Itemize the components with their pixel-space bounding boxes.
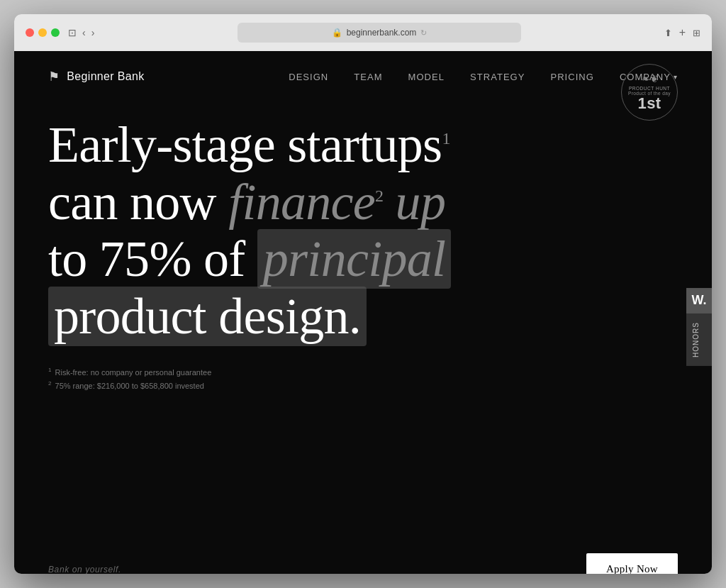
nav-link-model[interactable]: MODEL: [408, 72, 445, 82]
headline-finance-word: finance: [228, 174, 375, 231]
side-tab[interactable]: W. Honors: [686, 288, 712, 366]
footnote-sup-1: 1: [48, 367, 51, 373]
logo-icon: ⚑: [48, 69, 60, 84]
refresh-icon: ↻: [420, 28, 427, 38]
hero-headline: Early-stage startups1 can now finance2 u…: [48, 116, 530, 345]
traffic-lights: [26, 28, 60, 37]
website-content: ⚑ Beginner Bank DESIGN TEAM MODEL STRATE…: [14, 51, 712, 574]
nav-links: DESIGN TEAM MODEL STRATEGY PRICING COMPA…: [289, 72, 678, 82]
headline-highlight-principal: principal: [257, 229, 452, 289]
headline-line3: to 75% of: [48, 231, 257, 287]
badge-product-hunt-label: PRODUCT HUNT: [629, 86, 670, 91]
nav-link-strategy[interactable]: STRATEGY: [470, 72, 525, 82]
logo[interactable]: ⚑ Beginner Bank: [48, 69, 144, 84]
headline-up-word: up: [396, 174, 446, 231]
footnote-2: 2 75% range: $216,000 to $658,800 invest…: [48, 379, 678, 392]
address-bar[interactable]: 🔒 beginnerbank.com ↻: [238, 23, 521, 43]
nav-link-team[interactable]: TEAM: [354, 72, 382, 82]
headline-line1: Early-stage startups: [48, 116, 442, 173]
footnote-sup-2: 2: [48, 380, 51, 387]
new-tab-icon[interactable]: +: [679, 26, 686, 39]
footnote-1: 1 Risk-free: no company or personal guar…: [48, 365, 678, 379]
hero-section: Early-stage startups1 can now finance2 u…: [14, 102, 712, 392]
footnote-2-text: 75% range: $216,000 to $658,800 invested: [55, 382, 204, 390]
nav-link-design[interactable]: DESIGN: [289, 72, 328, 82]
browser-actions: ⬆ + ⊞: [664, 26, 700, 39]
footnote-marker-2: 2: [375, 187, 383, 205]
fullscreen-button[interactable]: [51, 28, 60, 37]
bottom-bar: Bank on yourself. Apply Now: [14, 536, 712, 574]
badge-laurel-left: ❧ ❦: [642, 73, 657, 84]
apply-now-button[interactable]: Apply Now: [586, 553, 678, 574]
back-button[interactable]: ‹: [82, 27, 86, 38]
nav-link-pricing[interactable]: PRICING: [550, 72, 593, 82]
side-tab-honors-label: Honors: [686, 314, 712, 366]
badge-rank: 1st: [638, 96, 661, 111]
footnote-1-text: Risk-free: no company or personal guaran…: [55, 367, 212, 376]
tagline: Bank on yourself.: [48, 565, 121, 575]
footnote-marker-1: 1: [442, 129, 449, 148]
side-tab-w-label: W.: [686, 288, 712, 314]
navigation: ⚑ Beginner Bank DESIGN TEAM MODEL STRATE…: [14, 51, 712, 102]
browser-nav-controls: ⊡ ‹ ›: [68, 27, 94, 38]
browser-chrome: ⊡ ‹ › 🔒 beginnerbank.com ↻ ⬆ + ⊞: [14, 14, 712, 51]
share-icon[interactable]: ⬆: [664, 28, 672, 38]
logo-text: Beginner Bank: [67, 70, 144, 83]
minimize-button[interactable]: [38, 28, 47, 37]
lock-icon: 🔒: [332, 28, 342, 38]
forward-button[interactable]: ›: [91, 27, 95, 38]
window-icon: ⊡: [68, 27, 77, 38]
url-text: beginnerbank.com: [347, 28, 417, 38]
tab-grid-icon[interactable]: ⊞: [693, 28, 700, 38]
headline-line2-start: can now: [48, 174, 228, 231]
close-button[interactable]: [26, 28, 34, 37]
product-hunt-badge: ❧ ❦ PRODUCT HUNT Product of the day 1st: [621, 64, 678, 121]
footnotes: 1 Risk-free: no company or personal guar…: [48, 365, 678, 393]
headline-highlight-product: product design.: [48, 287, 367, 346]
